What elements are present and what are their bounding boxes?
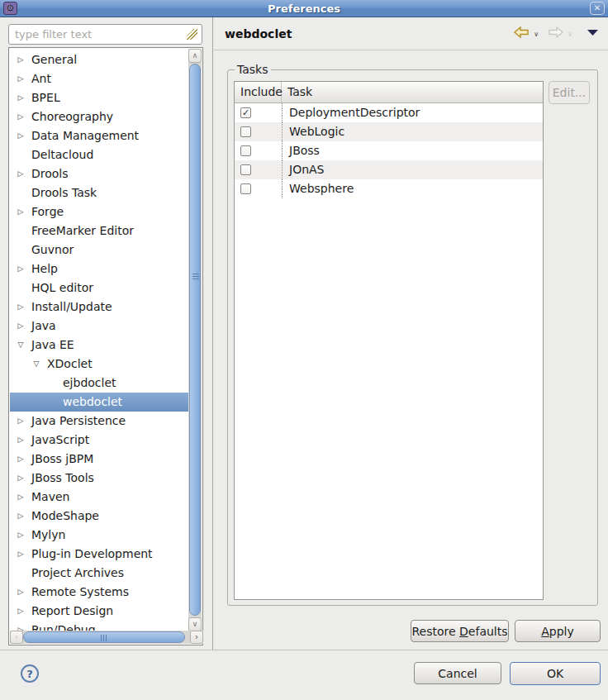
- footer-buttons: Cancel OK: [414, 662, 601, 685]
- tree-item-javascript[interactable]: ▷JavaScript: [10, 431, 190, 450]
- tree-item-report-design[interactable]: ▷Report Design: [10, 602, 190, 621]
- tasks-group: Tasks Include Task ✓DeploymentDescriptor…: [227, 63, 598, 606]
- tree-item-label: Help: [31, 260, 58, 279]
- view-menu-icon[interactable]: [587, 29, 598, 36]
- scroll-down-icon[interactable]: ∨: [188, 617, 202, 631]
- tree-item-guvnor[interactable]: Guvnor: [10, 240, 190, 260]
- tree-item-choreography[interactable]: ▷Choreography: [10, 107, 190, 126]
- vertical-scrollbar-thumb[interactable]: [189, 64, 201, 616]
- tree-item-ant[interactable]: ▷Ant: [10, 69, 190, 88]
- table-row[interactable]: ✓DeploymentDescriptor: [235, 103, 543, 122]
- filter-input[interactable]: [8, 24, 202, 45]
- checkbox-unchecked[interactable]: [240, 183, 251, 194]
- table-area: Include Task ✓DeploymentDescriptorWebLog…: [234, 81, 591, 600]
- expand-icon[interactable]: ▷: [15, 88, 26, 107]
- tree-item-install-update[interactable]: ▷Install/Update: [10, 298, 190, 317]
- tree-item-drools[interactable]: ▷Drools: [10, 164, 190, 183]
- tree-item-java-ee[interactable]: ▽Java EE: [10, 336, 190, 355]
- tree-item-remote-systems[interactable]: ▷Remote Systems: [10, 583, 190, 602]
- expand-icon[interactable]: ▷: [15, 107, 26, 126]
- include-cell: ✓: [235, 103, 282, 122]
- expand-icon[interactable]: ▷: [15, 298, 26, 317]
- expand-icon[interactable]: ▷: [15, 526, 26, 545]
- expand-icon[interactable]: ▷: [15, 126, 26, 145]
- forward-dropdown-icon[interactable]: ∨: [568, 31, 572, 38]
- right-panel: webdoclet ∨ ∨ Tasks Include: [214, 17, 608, 650]
- expand-icon[interactable]: ▷: [15, 50, 26, 69]
- label-accel: D: [459, 625, 468, 638]
- table-row[interactable]: JBoss: [235, 141, 543, 160]
- expand-icon[interactable]: ▷: [15, 507, 26, 526]
- tree-item-jboss-jbpm[interactable]: ▷JBoss jBPM: [10, 450, 190, 469]
- table-row[interactable]: JOnAS: [235, 160, 543, 179]
- expand-icon[interactable]: ▷: [15, 450, 26, 469]
- expand-icon[interactable]: ▷: [15, 69, 26, 88]
- tree-item-xdoclet[interactable]: ▽XDoclet: [10, 355, 190, 374]
- tree-item-forge[interactable]: ▷Forge: [10, 202, 190, 221]
- tree-item-hql-editor[interactable]: HQL editor: [10, 279, 190, 298]
- scroll-left-icon[interactable]: ‹: [10, 631, 23, 644]
- tree-item-bpel[interactable]: ▷BPEL: [10, 88, 190, 107]
- include-cell: [235, 122, 282, 141]
- apply-button[interactable]: Apply: [515, 620, 601, 642]
- back-icon[interactable]: [513, 26, 530, 39]
- expand-icon[interactable]: ▷: [15, 583, 26, 602]
- expand-icon[interactable]: ▷: [15, 412, 26, 431]
- title-bar[interactable]: ⚙ Preferences ✕: [0, 0, 608, 17]
- table-row[interactable]: Websphere: [235, 179, 543, 198]
- tree-item-general[interactable]: ▷General: [10, 50, 190, 69]
- table-row[interactable]: WebLogic: [235, 122, 543, 141]
- gear-icon: ⚙: [3, 2, 17, 15]
- cancel-button[interactable]: Cancel: [414, 662, 501, 684]
- vertical-scrollbar[interactable]: ∧ ∨: [188, 49, 202, 631]
- tree-item-ejbdoclet[interactable]: ejbdoclet: [10, 374, 190, 393]
- tree-item-deltacloud[interactable]: Deltacloud: [10, 145, 190, 164]
- help-icon[interactable]: ?: [21, 664, 39, 683]
- tree-item-label: HQL editor: [31, 279, 93, 298]
- expand-icon[interactable]: ▷: [15, 488, 26, 507]
- tree-item-jboss-tools[interactable]: ▷JBoss Tools: [10, 469, 190, 488]
- expand-icon[interactable]: ▷: [15, 317, 26, 336]
- checkbox-unchecked[interactable]: [240, 164, 251, 175]
- tree-item-webdoclet[interactable]: webdoclet: [10, 393, 190, 412]
- checkbox-unchecked[interactable]: [240, 126, 251, 137]
- expand-icon[interactable]: ▷: [15, 545, 26, 564]
- forward-icon[interactable]: [547, 26, 564, 39]
- tree-item-mylyn[interactable]: ▷Mylyn: [10, 526, 190, 545]
- scroll-right-icon[interactable]: ›: [190, 631, 203, 644]
- tree-item-drools-task[interactable]: Drools Task: [10, 183, 190, 202]
- expand-icon[interactable]: ▷: [15, 164, 26, 183]
- checkbox-unchecked[interactable]: [240, 145, 251, 156]
- tree-item-data-management[interactable]: ▷Data Management: [10, 126, 190, 145]
- tree-item-modeshape[interactable]: ▷ModeShape: [10, 507, 190, 526]
- back-dropdown-icon[interactable]: ∨: [534, 31, 539, 38]
- expand-icon[interactable]: ▷: [15, 202, 26, 221]
- close-icon[interactable]: ✕: [590, 2, 605, 15]
- expand-icon[interactable]: ▷: [15, 431, 26, 450]
- collapse-icon[interactable]: ▽: [15, 336, 26, 355]
- expand-icon[interactable]: ▷: [15, 260, 26, 279]
- horizontal-scrollbar-thumb[interactable]: [23, 631, 185, 643]
- tree-item-label: FreeMarker Editor: [31, 221, 134, 240]
- restore-defaults-button[interactable]: Restore Defaults: [411, 620, 509, 642]
- tree-item-help[interactable]: ▷Help: [10, 260, 190, 279]
- tree-item-label: Guvnor: [31, 240, 74, 260]
- tree-item-plug-in-development[interactable]: ▷Plug-in Development: [10, 545, 190, 564]
- scroll-up-icon[interactable]: ∧: [188, 49, 202, 63]
- horizontal-scrollbar[interactable]: ‹ ›: [10, 631, 203, 644]
- tree-item-java[interactable]: ▷Java: [10, 317, 190, 336]
- ok-button[interactable]: OK: [510, 662, 601, 685]
- checkbox-checked[interactable]: ✓: [240, 107, 251, 118]
- tree-item-maven[interactable]: ▷Maven: [10, 488, 190, 507]
- expand-icon[interactable]: ▷: [15, 469, 26, 488]
- collapse-icon[interactable]: ▽: [31, 355, 42, 374]
- tree-item-java-persistence[interactable]: ▷Java Persistence: [10, 412, 190, 431]
- column-header-include[interactable]: Include: [235, 82, 282, 102]
- tree-item-label: ejbdoclet: [63, 374, 116, 393]
- tree-item-label: Project Archives: [31, 564, 124, 583]
- tree-item-freemarker-editor[interactable]: FreeMarker Editor: [10, 221, 190, 240]
- edit-button[interactable]: Edit...: [549, 81, 590, 104]
- expand-icon[interactable]: ▷: [15, 602, 26, 621]
- tree-item-project-archives[interactable]: Project Archives: [10, 564, 190, 583]
- column-header-task[interactable]: Task: [282, 82, 543, 102]
